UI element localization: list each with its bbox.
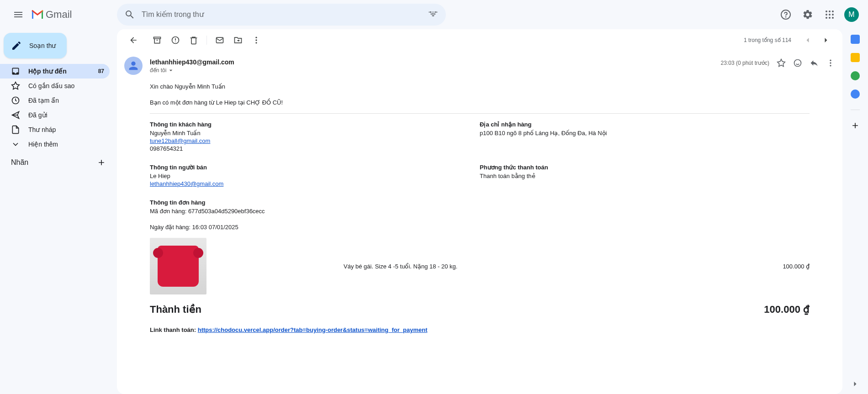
pager-text: 1 trong tổng số 114 [744, 37, 791, 43]
svg-point-23 [255, 37, 257, 38]
customer-name: Nguyễn Minh Tuấn [150, 130, 480, 137]
star-icon [11, 81, 20, 90]
product-description: Váy bé gái. Size 4 -5 tuổi. Nặng 18 - 20… [344, 263, 783, 270]
email-view: 1 trong tổng số 114 lethanhhiep430@gmail… [117, 29, 842, 394]
svg-rect-20 [154, 37, 161, 38]
labels-heading: Nhãn [0, 152, 117, 167]
svg-point-16 [826, 17, 827, 19]
inbox-icon [11, 67, 20, 76]
add-app-button[interactable] [851, 121, 860, 130]
search-bar[interactable] [117, 4, 446, 26]
add-label-button[interactable] [97, 158, 106, 167]
prev-button[interactable] [799, 31, 817, 49]
search-options-icon[interactable] [424, 5, 442, 24]
star-button[interactable] [777, 58, 786, 68]
svg-point-9 [786, 17, 786, 17]
chevron-down-icon [167, 67, 175, 74]
account-avatar[interactable]: M [844, 7, 859, 22]
mark-unread-button[interactable] [211, 31, 229, 49]
toolbar: 1 trong tổng số 114 [117, 29, 842, 51]
support-icon[interactable] [777, 5, 795, 24]
gmail-logo-text: Gmail [46, 9, 72, 21]
order-title: Thông tin đơn hàng [150, 199, 810, 206]
header: Gmail M [0, 0, 868, 29]
reply-button[interactable] [810, 58, 819, 68]
svg-point-26 [794, 60, 801, 67]
calendar-app-icon[interactable] [851, 35, 860, 44]
svg-point-17 [829, 17, 831, 19]
product-image [150, 238, 206, 294]
side-panel [842, 29, 868, 394]
apps-icon[interactable] [820, 5, 839, 24]
reaction-button[interactable] [793, 58, 802, 68]
timestamp: 23:03 (0 phút trước) [721, 60, 769, 66]
archive-button[interactable] [148, 31, 166, 49]
sidebar-item-label: Đã tạm ẩn [28, 97, 59, 104]
sidebar-item-more[interactable]: Hiện thêm [0, 137, 110, 152]
payment-title: Phương thức thanh toán [480, 164, 810, 171]
sidebar-item-label: Có gắn dấu sao [28, 82, 74, 89]
more-button[interactable] [826, 58, 835, 68]
sender-avatar [124, 57, 143, 75]
intro-text: Bạn có một đơn hàng từ Le Hiep tại CHỢ Đ… [150, 99, 810, 106]
back-button[interactable] [124, 31, 143, 49]
move-to-button[interactable] [229, 31, 247, 49]
sidebar-item-snoozed[interactable]: Đã tạm ẩn [0, 93, 110, 108]
settings-icon[interactable] [799, 5, 817, 24]
paylink-url[interactable]: https://chodocu.vercel.app/order?tab=buy… [198, 326, 428, 333]
svg-point-15 [832, 14, 834, 16]
payment-method: Thanh toán bằng thẻ [480, 173, 810, 179]
sender-email: lethanhhiep430@gmail.com [150, 58, 721, 66]
tasks-app-icon[interactable] [851, 71, 860, 80]
delete-button[interactable] [185, 31, 203, 49]
clock-icon [11, 96, 20, 105]
sidebar-item-sent[interactable]: Đã gửi [0, 108, 110, 122]
hide-panel-button[interactable] [851, 379, 860, 389]
svg-point-13 [826, 14, 827, 16]
customer-phone: 0987654321 [150, 145, 480, 152]
sidebar-item-label: Đã gửi [28, 111, 48, 119]
sidebar: Soạn thư Hộp thư đến 87 Có gắn dấu sao Đ… [0, 29, 117, 394]
paylink-label: Link thanh toán: [150, 326, 198, 333]
sidebar-item-label: Hộp thư đến [28, 68, 67, 75]
recipient-line[interactable]: đến tôi [150, 67, 721, 74]
customer-email-link[interactable]: tune12ball@gmail.com [150, 137, 210, 144]
sidebar-item-drafts[interactable]: Thư nháp [0, 122, 110, 137]
search-icon[interactable] [121, 5, 139, 24]
svg-point-28 [830, 62, 831, 63]
sidebar-item-label: Hiện thêm [28, 141, 58, 148]
svg-rect-6 [430, 14, 436, 14]
svg-point-12 [832, 11, 834, 12]
compose-button[interactable]: Soạn thư [4, 33, 67, 58]
shipping-address: p100 B10 ngõ 8 phố Láng Hạ, Đống Đa, Hà … [480, 130, 810, 137]
seller-name: Le Hiep [150, 173, 480, 179]
shipping-title: Địa chỉ nhận hàng [480, 121, 810, 128]
contacts-app-icon[interactable] [851, 89, 860, 99]
draft-icon [11, 125, 20, 134]
svg-rect-7 [432, 16, 434, 16]
main-menu-button[interactable] [7, 4, 29, 26]
order-date: Ngày đặt hàng: 16:03 07/01/2025 [150, 224, 810, 231]
svg-point-11 [829, 11, 831, 12]
greeting: Xin chào Nguyễn Minh Tuấn [150, 83, 810, 90]
sidebar-item-starred[interactable]: Có gắn dấu sao [0, 79, 110, 93]
svg-point-27 [830, 60, 831, 61]
product-price: 100.000 ₫ [783, 263, 810, 270]
spam-button[interactable] [166, 31, 185, 49]
next-button[interactable] [817, 31, 835, 49]
svg-point-24 [255, 39, 257, 41]
gmail-logo[interactable]: Gmail [31, 9, 72, 21]
svg-point-18 [832, 17, 834, 19]
total-value: 100.000 ₫ [764, 304, 810, 315]
inbox-count: 87 [98, 68, 104, 74]
svg-point-29 [830, 65, 831, 66]
search-input[interactable] [139, 11, 424, 19]
chevron-down-icon [11, 140, 20, 149]
seller-email-link[interactable]: lethanhhiep430@gmail.com [150, 180, 223, 187]
keep-app-icon[interactable] [851, 53, 860, 62]
customer-info-title: Thông tin khách hàng [150, 121, 480, 128]
sidebar-item-inbox[interactable]: Hộp thư đến 87 [0, 64, 110, 79]
more-actions-button[interactable] [247, 31, 265, 49]
svg-point-14 [829, 14, 831, 16]
order-id: Mã đơn hàng: 677d503a04d5290ebf36cecc [150, 208, 810, 215]
